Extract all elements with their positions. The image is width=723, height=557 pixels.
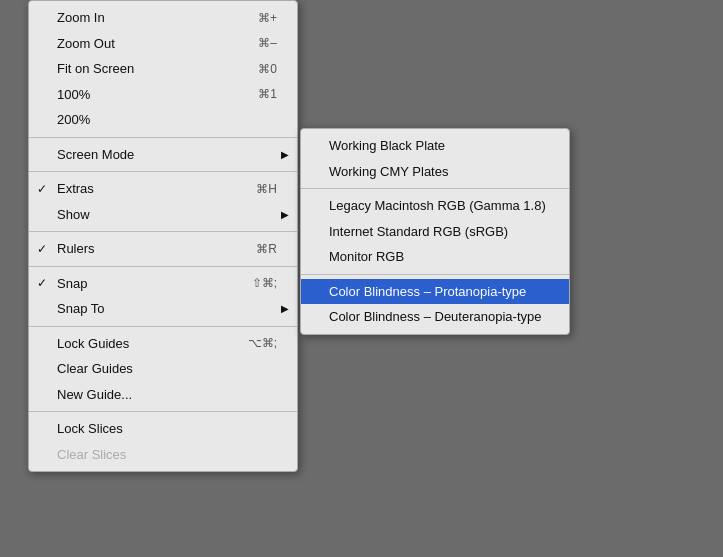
menu-item-snap-to[interactable]: Snap To	[29, 296, 297, 322]
separator-2	[29, 171, 297, 172]
secondary-menu: Working Black Plate Working CMY Plates L…	[300, 128, 570, 335]
menu-container: Zoom In ⌘+ Zoom Out ⌘– Fit on Screen ⌘0 …	[28, 0, 570, 472]
lock-slices-label: Lock Slices	[57, 419, 123, 439]
separator-6	[29, 411, 297, 412]
legacy-mac-rgb-label: Legacy Macintosh RGB (Gamma 1.8)	[329, 196, 546, 216]
clear-slices-label: Clear Slices	[57, 445, 126, 465]
menu-item-color-blindness-protanopia[interactable]: Color Blindness – Protanopia-type	[301, 279, 569, 305]
100pct-label: 100%	[57, 85, 90, 105]
menu-item-show[interactable]: Show	[29, 202, 297, 228]
menu-item-clear-guides[interactable]: Clear Guides	[29, 356, 297, 382]
menu-item-100pct[interactable]: 100% ⌘1	[29, 82, 297, 108]
fit-on-screen-label: Fit on Screen	[57, 59, 134, 79]
separator-4	[29, 266, 297, 267]
rulers-label: Rulers	[57, 239, 95, 259]
zoom-out-label: Zoom Out	[57, 34, 115, 54]
secondary-separator-2	[301, 274, 569, 275]
snap-shortcut: ⇧⌘;	[222, 274, 277, 292]
menu-item-extras[interactable]: Extras ⌘H	[29, 176, 297, 202]
menu-item-snap[interactable]: Snap ⇧⌘;	[29, 271, 297, 297]
separator-1	[29, 137, 297, 138]
monitor-rgb-label: Monitor RGB	[329, 247, 404, 267]
menu-item-working-cmy-plates[interactable]: Working CMY Plates	[301, 159, 569, 185]
zoom-out-shortcut: ⌘–	[228, 34, 277, 52]
menu-item-fit-on-screen[interactable]: Fit on Screen ⌘0	[29, 56, 297, 82]
menu-item-working-black-plate[interactable]: Working Black Plate	[301, 133, 569, 159]
lock-guides-label: Lock Guides	[57, 334, 129, 354]
menu-item-zoom-in[interactable]: Zoom In ⌘+	[29, 5, 297, 31]
menu-item-lock-guides[interactable]: Lock Guides ⌥⌘;	[29, 331, 297, 357]
zoom-in-shortcut: ⌘+	[228, 9, 277, 27]
secondary-separator-1	[301, 188, 569, 189]
clear-guides-label: Clear Guides	[57, 359, 133, 379]
100pct-shortcut: ⌘1	[228, 85, 277, 103]
show-label: Show	[57, 205, 90, 225]
snap-label: Snap	[57, 274, 87, 294]
zoom-in-label: Zoom In	[57, 8, 105, 28]
menu-item-color-blindness-deuteranopia[interactable]: Color Blindness – Deuteranopia-type	[301, 304, 569, 330]
screen-mode-label: Screen Mode	[57, 145, 134, 165]
fit-on-screen-shortcut: ⌘0	[228, 60, 277, 78]
color-blindness-deuteranopia-label: Color Blindness – Deuteranopia-type	[329, 307, 541, 327]
menu-item-screen-mode[interactable]: Screen Mode	[29, 142, 297, 168]
200pct-label: 200%	[57, 110, 90, 130]
extras-label: Extras	[57, 179, 94, 199]
color-blindness-protanopia-label: Color Blindness – Protanopia-type	[329, 282, 526, 302]
rulers-shortcut: ⌘R	[226, 240, 277, 258]
primary-menu: Zoom In ⌘+ Zoom Out ⌘– Fit on Screen ⌘0 …	[28, 0, 298, 472]
lock-guides-shortcut: ⌥⌘;	[218, 334, 277, 352]
working-cmy-plates-label: Working CMY Plates	[329, 162, 448, 182]
separator-3	[29, 231, 297, 232]
menu-item-monitor-rgb[interactable]: Monitor RGB	[301, 244, 569, 270]
menu-item-clear-slices[interactable]: Clear Slices	[29, 442, 297, 468]
menu-item-200pct[interactable]: 200%	[29, 107, 297, 133]
new-guide-label: New Guide...	[57, 385, 132, 405]
internet-standard-rgb-label: Internet Standard RGB (sRGB)	[329, 222, 508, 242]
extras-shortcut: ⌘H	[226, 180, 277, 198]
working-black-plate-label: Working Black Plate	[329, 136, 445, 156]
menu-item-legacy-mac-rgb[interactable]: Legacy Macintosh RGB (Gamma 1.8)	[301, 193, 569, 219]
menu-item-internet-standard-rgb[interactable]: Internet Standard RGB (sRGB)	[301, 219, 569, 245]
separator-5	[29, 326, 297, 327]
snap-to-label: Snap To	[57, 299, 104, 319]
menu-item-lock-slices[interactable]: Lock Slices	[29, 416, 297, 442]
menu-item-rulers[interactable]: Rulers ⌘R	[29, 236, 297, 262]
menu-item-new-guide[interactable]: New Guide...	[29, 382, 297, 408]
menu-item-zoom-out[interactable]: Zoom Out ⌘–	[29, 31, 297, 57]
